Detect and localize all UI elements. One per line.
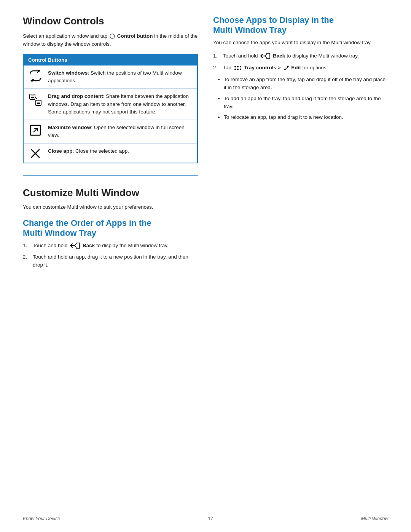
intro-bold: Control button	[117, 33, 153, 39]
drag-icon	[28, 93, 43, 106]
control-row-switch: Switch windows: Switch the positions of …	[24, 66, 197, 89]
back-icon-choose	[260, 53, 271, 59]
maximize-window-icon	[30, 125, 41, 136]
footer-right: Multi Window	[361, 516, 388, 521]
maximize-icon	[28, 125, 43, 136]
bullet-relocate: To relocate an app, tap and drag it to a…	[224, 113, 388, 121]
choose-apps-bullets: To remove an app from the tray, tap and …	[213, 76, 388, 122]
page-footer: Know Your Device 17 Multi Window	[0, 516, 411, 521]
page-container: Window Controls Select an application wi…	[0, 0, 411, 532]
control-row-maximize: Maximize window: Open the selected windo…	[24, 120, 197, 144]
choose-apps-steps: 1. Touch and hold Back to display the Mu…	[213, 52, 388, 72]
switch-windows-icon	[29, 70, 42, 81]
svg-rect-7	[37, 103, 40, 104]
svg-point-11	[240, 66, 241, 67]
close-app-rest: : Close the selected app.	[73, 148, 129, 154]
customize-title: Customize Multi Window	[23, 187, 198, 199]
change-order-step2: 2. Touch and hold an app, drag it to a n…	[23, 253, 198, 269]
change-order-step1: 1. Touch and hold Back to displa	[23, 242, 198, 250]
back-icon-change	[70, 242, 80, 249]
svg-point-0	[110, 34, 115, 38]
svg-point-9	[234, 66, 236, 67]
switch-windows-text: Switch windows: Switch the positions of …	[48, 69, 193, 85]
switch-icon	[28, 70, 43, 81]
bullet-add: To add an app to the tray, tap and drag …	[224, 95, 388, 111]
drag-drop-icon	[29, 93, 42, 106]
choose-apps-intro: You can choose the apps you want to disp…	[213, 39, 388, 47]
svg-point-13	[237, 69, 239, 70]
two-column-layout: Window Controls Select an application wi…	[23, 15, 388, 273]
svg-point-10	[237, 66, 239, 67]
close-app-text: Close app: Close the selected app.	[48, 147, 129, 155]
window-controls-intro: Select an application window and tap Con…	[23, 32, 198, 48]
close-icon	[28, 148, 43, 159]
choose-apps-title: Choose Apps to Display in the Multi Wind…	[213, 15, 388, 35]
svg-rect-6	[37, 102, 40, 102]
maximize-window-text: Maximize window: Open the selected windo…	[48, 124, 193, 139]
control-buttons-table: Control Buttons Swit	[23, 54, 198, 163]
change-order-steps: 1. Touch and hold Back to displa	[23, 242, 198, 270]
close-app-icon	[30, 148, 41, 159]
intro-text-pre: Select an application window and tap	[23, 33, 107, 39]
svg-rect-3	[31, 97, 34, 98]
edit-icon	[283, 65, 289, 71]
window-controls-title: Window Controls	[23, 15, 198, 27]
switch-windows-bold: Switch windows	[48, 70, 88, 76]
drag-drop-bold: Drag and drop content	[48, 93, 103, 99]
choose-apps-step1: 1. Touch and hold Back to display the Mu…	[213, 52, 388, 60]
left-column: Window Controls Select an application wi…	[23, 15, 198, 273]
svg-point-14	[240, 69, 241, 70]
customize-section: Customize Multi Window You can customize…	[23, 187, 198, 270]
svg-rect-1	[30, 94, 35, 99]
right-column: Choose Apps to Display in the Multi Wind…	[213, 15, 388, 273]
svg-rect-2	[31, 96, 34, 96]
control-buttons-header: Control Buttons	[24, 54, 197, 66]
svg-point-12	[234, 69, 236, 70]
close-app-bold: Close app	[48, 148, 73, 154]
control-button-icon	[110, 34, 115, 39]
tray-icon	[234, 65, 242, 70]
maximize-window-bold: Maximize window	[48, 125, 91, 130]
customize-intro: You can customize Multi window to suit y…	[23, 203, 198, 211]
footer-left: Know Your Device	[23, 516, 60, 521]
control-row-drag: Drag and drop content: Share items betwe…	[24, 89, 197, 120]
svg-rect-5	[36, 100, 41, 105]
change-order-title: Change the Order of Apps in the Multi Wi…	[23, 218, 198, 238]
footer-page-number: 17	[208, 516, 213, 521]
control-row-close: Close app: Close the selected app.	[24, 144, 197, 163]
bullet-remove: To remove an app from the tray, tap and …	[224, 76, 388, 92]
drag-drop-text: Drag and drop content: Share items betwe…	[48, 93, 193, 116]
choose-apps-step2: 2. Tap Tray controls >	[213, 64, 388, 72]
section-divider	[23, 175, 198, 176]
svg-rect-4	[31, 99, 33, 99]
